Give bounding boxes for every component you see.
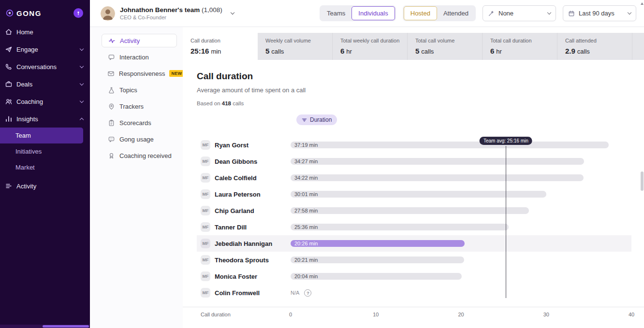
sidebar-item-label: Deals (16, 81, 32, 88)
date-range-value: Last 90 days (579, 10, 615, 17)
table-row-highlighted[interactable]: MF Jebediah Hannigan 20:26 min (197, 235, 631, 252)
page-subtitle: Average amount of time spent on a call (197, 86, 631, 94)
axis-tick: 20 (458, 312, 464, 317)
sidebar-item-engage[interactable]: Engage (0, 41, 90, 58)
tab-call-duration[interactable]: Call duration 25:16min (183, 33, 258, 60)
sidebar-item-home[interactable]: Home (0, 23, 90, 41)
vertical-scrollbar[interactable] (640, 0, 644, 328)
submenu-item-topics[interactable]: Topics (102, 83, 177, 97)
submenu-item-activity[interactable]: Activity (102, 34, 177, 47)
duration-value: 37:19 min (291, 142, 318, 148)
table-row[interactable]: MF Theodora Sprouts 20:21 min (197, 252, 631, 268)
person-name: Chip Garland (215, 207, 254, 214)
app-root: GONG Home Engage Conversations (0, 0, 644, 328)
scrollbar-thumb[interactable] (641, 171, 644, 191)
page-title: Call duration (197, 71, 631, 82)
sidebar-item-conversations[interactable]: Conversations (0, 58, 90, 75)
submenu-item-interaction[interactable]: Interaction (102, 50, 177, 64)
table-row[interactable]: MF Ryan Gorst 37:19 min (197, 137, 631, 153)
sidebar-item-label: Home (16, 29, 33, 36)
pulse-icon (108, 37, 116, 44)
speech-dots-icon (107, 135, 115, 143)
duration-bar[interactable]: 37:19 min (291, 142, 609, 148)
x-axis: Call duration 0 10 20 30 40 (197, 307, 631, 319)
chevron-down-icon (80, 99, 84, 102)
people-icon (5, 98, 13, 105)
duration-bar[interactable]: 25:36 min (291, 224, 509, 230)
submenu-item-label: Responsiveness (119, 70, 165, 77)
axis-tick: 10 (373, 312, 379, 317)
sidebar-item-insights[interactable]: Insights (0, 110, 90, 128)
toggle-attended[interactable]: Attended (437, 6, 475, 20)
sidebar-item-deals[interactable]: Deals (0, 75, 90, 93)
table-row[interactable]: MF Caleb Colfield 34:22 min (197, 170, 631, 186)
scroll-up-arrow[interactable] (641, 2, 644, 5)
date-range-dropdown[interactable]: Last 90 days (563, 5, 636, 21)
submenu-item-gong-usage[interactable]: Gong usage (102, 132, 177, 146)
toggle-teams[interactable]: Teams (321, 6, 351, 20)
tab-total-call-duration[interactable]: Total call duration 6hr (483, 33, 557, 60)
table-row[interactable]: MF Laura Peterson 30:01 min (197, 186, 631, 202)
avatar-initials: MF (201, 255, 210, 265)
duration-value: 25:36 min (291, 224, 318, 230)
sidebar-item-coaching[interactable]: Coaching (0, 93, 90, 110)
main-content: Call duration 25:16min Weekly call volum… (183, 27, 644, 328)
primary-nav: Home Engage Conversations Deals Coaching (0, 23, 90, 195)
filter-dropdown[interactable]: None (483, 5, 556, 21)
avatar-initials: MF (201, 222, 210, 232)
sidebar-item-label: Initiatives (15, 148, 42, 155)
duration-bar[interactable]: 34:22 min (291, 174, 584, 181)
duration-value: 34:27 min (291, 158, 318, 164)
table-row[interactable]: MF Colin Fromwell N/A ? (197, 285, 631, 301)
scrollbar-thumb[interactable] (43, 325, 89, 328)
person-name: Colin Fromwell (215, 289, 260, 297)
toggle-individuals[interactable]: Individuals (351, 6, 395, 20)
duration-value: 20:21 min (291, 257, 318, 263)
sidebar-item-team[interactable]: Team (0, 128, 83, 143)
sidebar-item-market[interactable]: Market (0, 159, 83, 175)
duration-bar-highlighted[interactable]: 20:26 min (291, 240, 465, 247)
duration-bar[interactable]: 20:21 min (291, 257, 464, 263)
table-row[interactable]: MF Dean Gibbons 34:27 min (197, 153, 631, 170)
table-row[interactable]: MF Tanner Dill 25:36 min (197, 219, 631, 235)
duration-value: 27:58 min (291, 208, 318, 214)
table-row[interactable]: MF Chip Garland 27:58 min (197, 202, 631, 219)
duration-value: 34:22 min (291, 175, 318, 181)
table-row[interactable]: MF Monica Foster 20:04 min (197, 268, 631, 285)
tab-total-weekly-call-duration[interactable]: Total weekly call duration 6hr (333, 33, 408, 60)
duration-bar[interactable]: 30:01 min (291, 191, 546, 198)
chevron-down-icon (231, 11, 234, 14)
submenu-item-scorecards[interactable]: Scorecards (102, 116, 177, 129)
axis-tick: 40 (629, 312, 634, 317)
tab-call-attended[interactable]: Call attended 2.9calls (557, 33, 632, 60)
submenu-item-label: Trackers (119, 103, 144, 110)
person-name: Laura Peterson (215, 191, 261, 198)
chevron-down-icon (547, 11, 551, 14)
based-on-text: Based on 418 calls (197, 100, 631, 107)
gong-logo: GONG (6, 9, 42, 17)
duration-bar[interactable]: 34:27 min (291, 158, 584, 165)
duration-filter-chip[interactable]: Duration (296, 114, 337, 125)
duration-bar[interactable]: 20:04 min (291, 273, 462, 280)
horizontal-scrollbar[interactable] (0, 325, 90, 328)
hosted-attended-toggle: Hosted Attended (403, 5, 476, 21)
tab-weekly-call-volume[interactable]: Weekly call volume 5calls (258, 33, 333, 60)
toggle-hosted[interactable]: Hosted (404, 6, 437, 20)
pin-button[interactable] (73, 8, 83, 18)
duration-bar[interactable]: 27:58 min (291, 207, 529, 214)
submenu-item-responsiveness[interactable]: Responsiveness NEW (102, 67, 177, 80)
tab-total-call-volume[interactable]: Total call volume 5calls (408, 33, 483, 60)
submenu-item-coaching-received[interactable]: Coaching received (102, 149, 177, 162)
sidebar-item-activity[interactable]: Activity (0, 177, 90, 195)
bar-chart-icon (5, 115, 13, 123)
avatar-initials: MF (201, 271, 210, 281)
sidebar-item-initiatives[interactable]: Initiatives (0, 143, 83, 159)
team-picker[interactable]: Johnathon Benner's team (1,008) CEO & Co… (101, 6, 234, 21)
chevron-down-icon (80, 81, 84, 85)
person-name: Tanner Dill (215, 224, 247, 231)
team-count: (1,008) (202, 6, 222, 14)
submenu-item-trackers[interactable]: Trackers (102, 100, 177, 113)
sidebar-item-label: Team (15, 132, 31, 139)
submenu-item-label: Gong usage (119, 136, 154, 143)
help-icon[interactable]: ? (304, 289, 311, 297)
